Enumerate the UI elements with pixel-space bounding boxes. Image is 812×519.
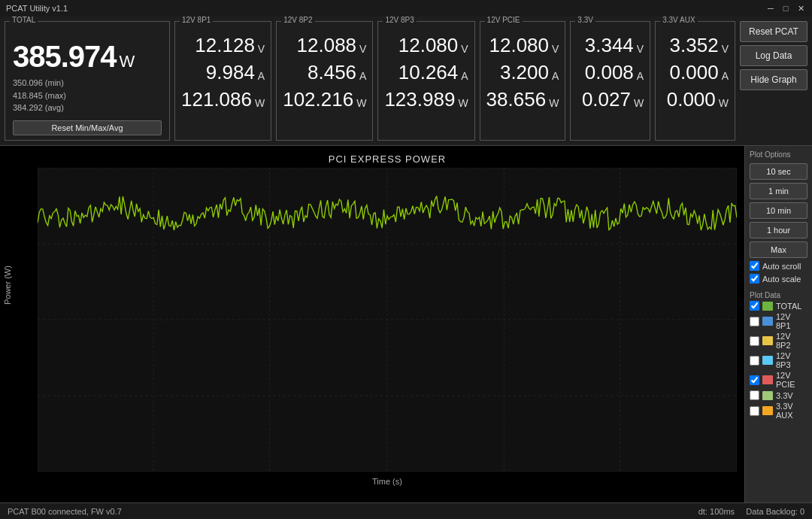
voltage-unit-12v8p3: V — [461, 43, 468, 55]
plot-item-label-4: 12V PCIE — [776, 371, 807, 389]
auto-scroll-row: Auto scroll — [750, 261, 807, 271]
current-unit-12v8p1: A — [258, 70, 265, 82]
power-unit-33vaux: W — [719, 97, 729, 109]
plot-max-button[interactable]: Max — [750, 241, 807, 258]
plot-checkbox-0[interactable] — [750, 301, 759, 311]
reset-minmaxavg-button[interactable]: Reset Min/Max/Avg — [13, 120, 162, 135]
voltage-12v8p2: 12.088 — [297, 35, 357, 55]
channel-title-12v8p2: 12V 8P2 — [281, 16, 314, 24]
voltage-unit-12vpcie: V — [552, 43, 559, 55]
channel-title-33v: 3.3V — [575, 16, 595, 24]
main-area: PCI EXPRESS POWER Power (W) — [0, 146, 812, 502]
current-12v8p1: 9.984 — [206, 62, 255, 82]
graph-container: Power (W) 400 300 — [38, 168, 737, 472]
auto-scale-label: Auto scale — [762, 275, 801, 284]
plot-item-label-3: 12V 8P3 — [776, 351, 807, 369]
plot-1min-button[interactable]: 1 min — [750, 183, 807, 199]
plot-item-label-1: 12V 8P1 — [776, 312, 807, 330]
power-12v8p2: 102.216 — [283, 90, 353, 109]
right-sidebar: Plot Options 10 sec 1 min 10 min 1 hour … — [744, 146, 812, 502]
power-unit-12vpcie: W — [549, 97, 559, 109]
color-swatch-3 — [762, 356, 773, 365]
close-button[interactable]: ✕ — [795, 3, 806, 14]
voltage-33v: 3.344 — [585, 35, 634, 55]
total-label: TOTAL — [10, 16, 38, 24]
plot-data-section: Plot Data TOTAL 12V 8P1 12V 8P2 12V 8P3 … — [750, 291, 807, 421]
voltage-12v8p3: 12.080 — [398, 35, 459, 55]
color-swatch-4 — [762, 375, 773, 384]
status-backlog: Data Backlog: 0 — [746, 507, 804, 516]
voltage-12vpcie: 12.080 — [489, 35, 549, 55]
plot-checkbox-2[interactable] — [750, 336, 759, 346]
plot-checkbox-1[interactable] — [750, 317, 759, 326]
x-axis-label: Time (s) — [38, 477, 737, 486]
plot-data-item-1: 12V 8P1 — [750, 312, 807, 330]
total-watts: 385.974 — [13, 40, 117, 74]
power-12v8p3: 123.989 — [384, 90, 455, 109]
plot-data-item-2: 12V 8P2 — [750, 332, 807, 350]
status-right: dt: 100ms Data Backlog: 0 — [698, 507, 804, 516]
channel-box-12v8p2: 12V 8P2 12.088 V 8.456 A 102.216 W — [276, 21, 373, 141]
total-box: TOTAL 385.974 W 350.096 (min) 418.845 (m… — [5, 21, 170, 141]
restore-button[interactable]: □ — [780, 3, 791, 14]
power-33vaux: 0.000 — [667, 90, 716, 109]
channel-title-33vaux: 3.3V AUX — [660, 16, 697, 24]
voltage-unit-12v8p2: V — [359, 43, 366, 55]
power-unit-12v8p3: W — [458, 97, 468, 109]
current-unit-12vpcie: A — [552, 70, 559, 82]
total-max: 418.845 (max) — [13, 90, 162, 102]
plot-data-item-4: 12V PCIE — [750, 371, 807, 389]
current-12v8p2: 8.456 — [308, 62, 356, 82]
y-axis-label: Power (W) — [3, 266, 12, 305]
plot-10sec-button[interactable]: 10 sec — [750, 163, 807, 180]
voltage-unit-33v: V — [637, 43, 644, 55]
graph-area: PCI EXPRESS POWER Power (W) — [0, 146, 744, 502]
plot-checkbox-3[interactable] — [750, 356, 759, 366]
plot-data-item-6: 3.3V AUX — [750, 402, 807, 420]
plot-data-item-5: 3.3V — [750, 390, 807, 400]
auto-scroll-checkbox[interactable] — [750, 261, 759, 271]
current-12v8p3: 10.264 — [398, 62, 459, 82]
hide-graph-button[interactable]: Hide Graph — [740, 69, 807, 90]
channel-title-12vpcie: 12V PCIE — [485, 16, 523, 24]
plot-checkbox-4[interactable] — [750, 375, 759, 385]
power-unit-33v: W — [634, 97, 644, 109]
channel-box-33vaux: 3.3V AUX 3.352 V 0.000 A 0.000 W — [655, 21, 735, 141]
channel-group: 12V 8P1 12.128 V 9.984 A 121.086 W 12V 8… — [174, 21, 735, 141]
right-buttons: Reset PCAT Log Data Hide Graph — [740, 21, 807, 141]
title-bar-controls: ─ □ ✕ — [765, 3, 806, 14]
auto-scale-checkbox[interactable] — [750, 274, 759, 284]
plot-item-label-5: 3.3V — [776, 391, 793, 400]
power-33v: 0.027 — [582, 90, 631, 109]
graph-svg: 400 300 200 100 0 320 330 340 350 360 37… — [38, 168, 737, 472]
plot-checkbox-5[interactable] — [750, 390, 759, 400]
plot-checkbox-6[interactable] — [750, 406, 759, 416]
total-stats: 350.096 (min) 418.845 (max) 384.292 (avg… — [13, 77, 162, 114]
current-33vaux: 0.000 — [670, 62, 719, 82]
plot-item-label-6: 3.3V AUX — [776, 402, 807, 420]
title-bar: PCAT Utility v1.1 ─ □ ✕ — [0, 0, 812, 17]
power-12v8p1: 121.086 — [181, 90, 252, 109]
channel-box-12v8p3: 12V 8P3 12.080 V 10.264 A 123.989 W — [377, 21, 474, 141]
status-bar: PCAT B00 connected, FW v0.7 dt: 100ms Da… — [0, 502, 812, 519]
voltage-12v8p1: 12.128 — [195, 35, 255, 55]
plot-item-label-0: TOTAL — [776, 302, 801, 311]
plot-1hour-button[interactable]: 1 hour — [750, 222, 807, 238]
current-unit-12v8p3: A — [461, 70, 468, 82]
graph-title: PCI EXPRESS POWER — [38, 153, 737, 165]
color-swatch-6 — [762, 406, 773, 415]
log-data-button[interactable]: Log Data — [740, 45, 807, 66]
plot-data-item-3: 12V 8P3 — [750, 351, 807, 369]
minimize-button[interactable]: ─ — [765, 3, 776, 14]
channel-box-33v: 3.3V 3.344 V 0.008 A 0.027 W — [570, 21, 650, 141]
reset-pcat-button[interactable]: Reset PCAT — [740, 21, 807, 42]
total-min: 350.096 (min) — [13, 77, 162, 90]
plot-10min-button[interactable]: 10 min — [750, 202, 807, 219]
status-dt: dt: 100ms — [698, 507, 735, 516]
total-avg: 384.292 (avg) — [13, 102, 162, 114]
auto-scroll-label: Auto scroll — [762, 262, 801, 271]
current-33v: 0.008 — [585, 62, 634, 82]
color-swatch-2 — [762, 336, 773, 345]
power-unit-12v8p2: W — [356, 97, 366, 109]
channel-title-12v8p3: 12V 8P3 — [383, 16, 416, 24]
